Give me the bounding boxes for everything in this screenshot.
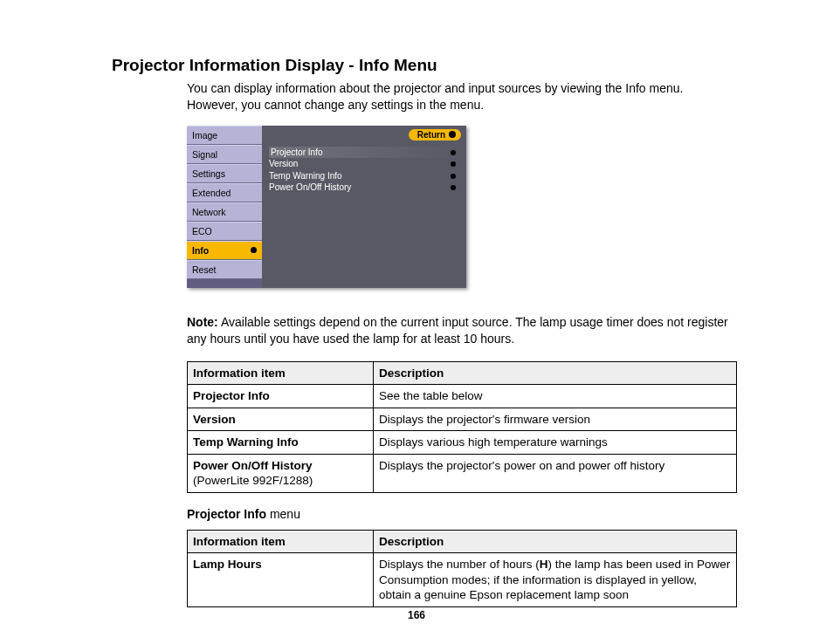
t2-header-item: Information item bbox=[188, 530, 374, 553]
table-row: Projector InfoSee the table below bbox=[188, 385, 737, 408]
osd-panel-item: Temp Warning Info bbox=[269, 170, 459, 182]
osd-menu-item: Signal bbox=[187, 145, 262, 164]
page-number: 166 bbox=[0, 609, 833, 621]
note-text: Available settings depend on the current… bbox=[187, 315, 728, 346]
info-item-cell: Lamp Hours bbox=[188, 553, 374, 607]
bullet-icon bbox=[451, 150, 456, 155]
info-desc-cell: Displays the projector's power on and po… bbox=[374, 454, 737, 492]
osd-menu-item: ECO bbox=[187, 222, 262, 241]
t1-header-item: Information item bbox=[188, 361, 374, 385]
osd-item-list: Projector InfoVersionTemp Warning InfoPo… bbox=[269, 147, 459, 194]
osd-menu-item: Reset bbox=[187, 260, 262, 279]
osd-panel: Return Projector InfoVersionTemp Warning… bbox=[262, 126, 466, 288]
osd-return-button: Return bbox=[409, 129, 461, 140]
info-desc-cell: Displays the projector's firmware versio… bbox=[374, 408, 737, 431]
info-desc-cell: See the table below bbox=[374, 385, 737, 408]
osd-menu-item: Info bbox=[187, 241, 262, 260]
info-desc-cell: Displays various high temperature warnin… bbox=[374, 431, 737, 455]
bullet-icon bbox=[451, 185, 456, 190]
info-table-2: Information item Description Lamp HoursD… bbox=[187, 530, 737, 607]
info-table-1: Information item Description Projector I… bbox=[187, 361, 737, 493]
info-item-cell: Temp Warning Info bbox=[188, 431, 374, 455]
table-row: Temp Warning InfoDisplays various high t… bbox=[188, 431, 737, 455]
projector-info-subheading: Projector Info menu bbox=[187, 507, 737, 521]
osd-panel-item: Version bbox=[269, 158, 459, 170]
osd-menu-item: Image bbox=[187, 126, 262, 145]
subhead-bold: Projector Info bbox=[187, 507, 266, 521]
bullet-icon bbox=[451, 161, 456, 167]
t1-header-desc: Description bbox=[374, 361, 737, 385]
osd-screenshot: ImageSignalSettingsExtendedNetworkECOInf… bbox=[187, 126, 466, 288]
osd-menu-item: Extended bbox=[187, 183, 262, 202]
subhead-rest: menu bbox=[266, 507, 300, 521]
info-item-cell: Version bbox=[188, 408, 374, 431]
bullet-icon bbox=[451, 174, 456, 179]
table-row: Power On/Off History(PowerLite 992F/1288… bbox=[188, 454, 737, 492]
info-item-cell: Power On/Off History(PowerLite 992F/1288… bbox=[188, 454, 374, 492]
info-desc-cell: Displays the number of hours (H) the lam… bbox=[374, 553, 737, 607]
page-title: Projector Information Display - Info Men… bbox=[112, 56, 737, 75]
note-label: Note: bbox=[187, 315, 218, 329]
osd-panel-item: Power On/Off History bbox=[269, 182, 459, 194]
info-item-cell: Projector Info bbox=[188, 385, 374, 408]
osd-menu-item: Network bbox=[187, 202, 262, 222]
return-icon bbox=[449, 131, 456, 138]
intro-paragraph: You can display information about the pr… bbox=[187, 80, 737, 113]
enter-icon bbox=[251, 247, 257, 253]
osd-return-label: Return bbox=[417, 130, 445, 140]
t2-header-desc: Description bbox=[374, 530, 737, 553]
table-row: Lamp HoursDisplays the number of hours (… bbox=[188, 553, 737, 607]
osd-menu-item: Settings bbox=[187, 164, 262, 183]
table-row: VersionDisplays the projector's firmware… bbox=[188, 408, 737, 431]
osd-panel-item: Projector Info bbox=[269, 147, 459, 159]
note-paragraph: Note: Available settings depend on the c… bbox=[187, 314, 737, 347]
osd-sidebar: ImageSignalSettingsExtendedNetworkECOInf… bbox=[187, 126, 262, 288]
